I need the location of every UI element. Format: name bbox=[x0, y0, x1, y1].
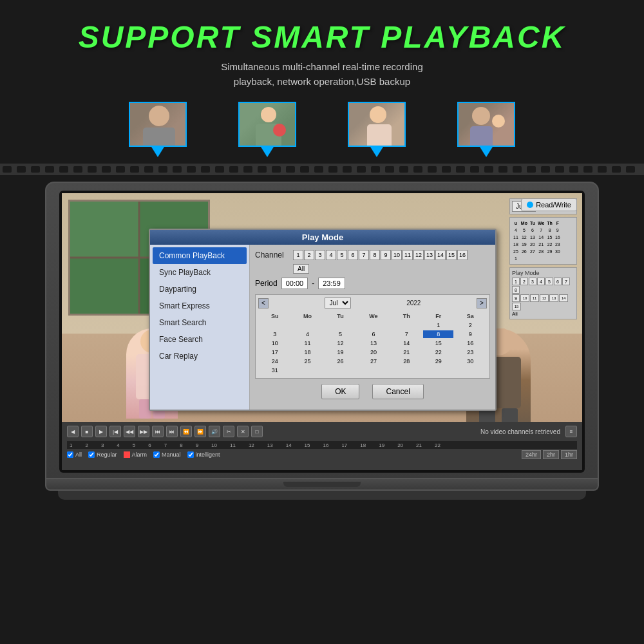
menu-item-dayparting[interactable]: Dayparting bbox=[153, 281, 247, 298]
channel-12[interactable]: 12 bbox=[413, 250, 424, 260]
cal-day[interactable]: 14 bbox=[392, 339, 422, 347]
cal-day[interactable]: 19 bbox=[325, 348, 355, 356]
cal-day[interactable]: 22 bbox=[423, 348, 453, 356]
cal-header-sa: Sa bbox=[455, 312, 486, 320]
menu-item-face-search[interactable]: Face Search bbox=[153, 331, 247, 348]
channel-6[interactable]: 6 bbox=[348, 250, 358, 260]
period-end-input[interactable]: 23:59 bbox=[318, 278, 345, 289]
cal-day[interactable]: 21 bbox=[392, 348, 422, 356]
cal-day[interactable]: 3 bbox=[260, 330, 290, 338]
cal-day[interactable]: 5 bbox=[325, 330, 355, 338]
svg-rect-1 bbox=[143, 128, 175, 147]
channel-15[interactable]: 15 bbox=[446, 250, 457, 260]
cal-day-highlighted[interactable]: 8 bbox=[423, 330, 453, 338]
table-row: 10 11 12 13 14 15 16 bbox=[260, 339, 486, 347]
channel-14[interactable]: 14 bbox=[435, 250, 446, 260]
menu-item-common-playback[interactable]: Common PlayBack bbox=[153, 247, 247, 264]
film-hole bbox=[428, 166, 437, 173]
film-hole bbox=[442, 166, 451, 173]
cal-day[interactable]: 23 bbox=[455, 348, 486, 356]
cal-day[interactable]: 20 bbox=[357, 348, 390, 356]
cal-day[interactable]: 12 bbox=[325, 339, 355, 347]
menu-item-smart-search[interactable]: Smart Search bbox=[153, 314, 247, 331]
cal-day[interactable] bbox=[455, 366, 486, 374]
top-section: SUPPORT SMART PLAYBACK Simultaneous mult… bbox=[0, 0, 644, 164]
ok-button[interactable]: OK bbox=[321, 384, 359, 399]
cal-day[interactable]: 24 bbox=[260, 357, 290, 365]
cal-day[interactable]: 1 bbox=[423, 321, 453, 329]
channel-16[interactable]: 16 bbox=[457, 250, 468, 260]
period-start-input[interactable]: 00:00 bbox=[281, 278, 308, 289]
calendar-header: < Jul 2022 > bbox=[258, 298, 487, 308]
svg-rect-8 bbox=[470, 126, 493, 147]
cal-header-th: Th bbox=[392, 312, 422, 320]
film-hole bbox=[300, 166, 309, 173]
cal-day[interactable]: 30 bbox=[455, 357, 486, 365]
cal-day[interactable] bbox=[392, 366, 422, 374]
cal-day[interactable]: 27 bbox=[357, 357, 390, 365]
table-row: 24 25 26 27 28 29 30 bbox=[260, 357, 486, 365]
table-row: 1 2 bbox=[260, 321, 486, 329]
cal-day[interactable]: 13 bbox=[357, 339, 390, 347]
cal-day[interactable] bbox=[291, 321, 323, 329]
cal-next-btn[interactable]: > bbox=[477, 298, 487, 308]
cal-day[interactable]: 7 bbox=[392, 330, 422, 338]
cal-day[interactable]: 15 bbox=[423, 339, 453, 347]
svg-point-5 bbox=[370, 106, 386, 123]
cal-day[interactable]: 25 bbox=[291, 357, 323, 365]
thumbnail-1 bbox=[129, 102, 187, 157]
menu-item-sync-playback[interactable]: Sync PlayBack bbox=[153, 264, 247, 281]
cal-prev-btn[interactable]: < bbox=[258, 298, 269, 308]
cal-day[interactable]: 11 bbox=[291, 339, 323, 347]
channel-all[interactable]: All bbox=[293, 264, 309, 274]
cal-day[interactable] bbox=[325, 321, 355, 329]
channel-10[interactable]: 10 bbox=[392, 250, 402, 260]
cal-day[interactable] bbox=[357, 366, 390, 374]
channel-13[interactable]: 13 bbox=[424, 250, 435, 260]
menu-item-smart-express[interactable]: Smart Express bbox=[153, 298, 247, 314]
cal-day[interactable]: 6 bbox=[357, 330, 390, 338]
cal-month-select[interactable]: Jul bbox=[325, 298, 351, 308]
cal-header-su: Su bbox=[260, 312, 290, 320]
channel-11[interactable]: 11 bbox=[402, 250, 413, 260]
cal-day[interactable]: 18 bbox=[291, 348, 323, 356]
svg-point-0 bbox=[149, 106, 169, 126]
thumb-image-1 bbox=[129, 102, 187, 147]
channel-8[interactable]: 8 bbox=[370, 250, 380, 260]
channel-3[interactable]: 3 bbox=[315, 250, 325, 260]
channel-1[interactable]: 1 bbox=[293, 250, 303, 260]
cal-day[interactable]: 16 bbox=[455, 339, 486, 347]
channel-5[interactable]: 5 bbox=[337, 250, 347, 260]
menu-item-car-replay[interactable]: Car Replay bbox=[153, 348, 247, 365]
cal-day[interactable] bbox=[423, 366, 453, 374]
cal-day[interactable] bbox=[291, 366, 323, 374]
cal-day[interactable]: 2 bbox=[455, 321, 486, 329]
channel-4[interactable]: 4 bbox=[326, 250, 336, 260]
cal-day[interactable]: 9 bbox=[455, 330, 486, 338]
channel-7[interactable]: 7 bbox=[359, 250, 369, 260]
cal-day[interactable]: 31 bbox=[260, 366, 290, 374]
channel-9[interactable]: 9 bbox=[381, 250, 391, 260]
film-hole bbox=[215, 166, 224, 173]
cal-day[interactable] bbox=[357, 321, 390, 329]
cal-day[interactable]: 29 bbox=[423, 357, 453, 365]
dialog-titlebar: Play Mode bbox=[150, 230, 495, 245]
channel-2[interactable]: 2 bbox=[304, 250, 314, 260]
dialog-overlay: Play Mode Common PlayBack Sync PlayBack … bbox=[62, 193, 582, 470]
film-hole bbox=[612, 166, 621, 173]
svg-point-4 bbox=[273, 124, 286, 137]
cancel-button[interactable]: Cancel bbox=[372, 384, 423, 399]
cal-day[interactable] bbox=[325, 366, 355, 374]
cal-header-mo: Mo bbox=[291, 312, 323, 320]
film-hole bbox=[116, 166, 125, 173]
film-hole bbox=[45, 166, 54, 173]
cal-day[interactable]: 10 bbox=[260, 339, 290, 347]
cal-day[interactable] bbox=[260, 321, 290, 329]
cal-day[interactable]: 4 bbox=[291, 330, 323, 338]
cal-day[interactable]: 17 bbox=[260, 348, 290, 356]
cal-day[interactable] bbox=[392, 321, 422, 329]
svg-point-7 bbox=[472, 107, 490, 125]
main-panel: Channel 1 2 3 4 5 6 7 bbox=[250, 245, 495, 410]
cal-day[interactable]: 26 bbox=[325, 357, 355, 365]
cal-day[interactable]: 28 bbox=[392, 357, 422, 365]
